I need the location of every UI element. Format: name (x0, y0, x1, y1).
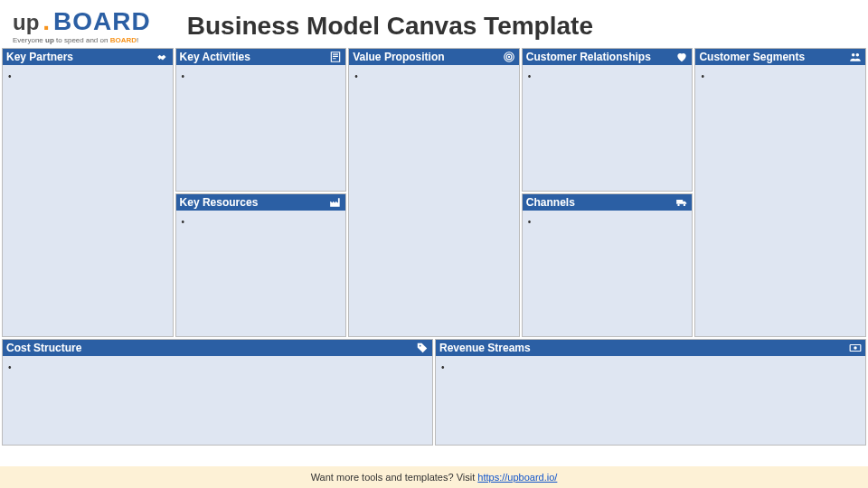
target-icon (503, 51, 515, 63)
logo-up-text: up (13, 10, 39, 35)
checklist-icon (329, 51, 342, 63)
logo-board-text: BOARD (53, 7, 151, 36)
cell-title: Value Proposition (353, 51, 444, 63)
cell-body: • (3, 356, 432, 445)
truck-icon (675, 196, 688, 209)
cell-body: • (523, 211, 693, 336)
cell-header-revenue-streams: Revenue Streams (436, 340, 865, 356)
bullet: • (441, 362, 445, 372)
bullet: • (182, 71, 185, 81)
cell-key-activities: Key Activities • (175, 48, 347, 192)
canvas-grid: Key Partners • Key Activities • Key Reso… (0, 48, 868, 337)
cell-body: • (523, 65, 693, 191)
cell-channels: Channels • (522, 193, 693, 337)
cell-title: Customer Segments (699, 51, 805, 63)
cell-body: • (176, 211, 346, 336)
cell-header-channels: Channels (523, 194, 693, 211)
cell-header-cost-structure: Cost Structure (3, 340, 432, 356)
tag-icon (416, 342, 429, 354)
cell-title: Key Resources (180, 196, 259, 209)
cell-title: Revenue Streams (439, 342, 531, 354)
money-icon (849, 342, 862, 354)
cell-value-proposition: Value Proposition • (348, 48, 520, 337)
cell-body: • (176, 65, 346, 191)
cell-header-customer-relationships: Customer Relationships (523, 49, 693, 65)
bullet: • (701, 71, 704, 81)
page-title: Business Model Canvas Template (187, 12, 593, 41)
bullet: • (528, 217, 532, 227)
logo: up.BOARD (13, 7, 151, 36)
cell-key-partners: Key Partners • (2, 48, 174, 337)
cell-body: • (3, 65, 173, 336)
cell-header-key-activities: Key Activities (176, 49, 346, 65)
cell-key-resources: Key Resources • (175, 193, 347, 337)
svg-point-9 (854, 346, 857, 350)
canvas-bottom-row: Cost Structure • Revenue Streams • (0, 337, 868, 446)
svg-point-7 (420, 345, 421, 347)
svg-point-6 (856, 53, 860, 57)
svg-point-5 (852, 53, 855, 57)
footer-bar: Want more tools and templates? Visit htt… (0, 466, 868, 488)
cell-title: Key Activities (180, 51, 250, 63)
cell-title: Customer Relationships (526, 51, 651, 63)
cell-body: • (695, 65, 865, 336)
cell-title: Cost Structure (6, 342, 81, 354)
svg-point-2 (508, 56, 510, 58)
cell-header-key-resources: Key Resources (176, 194, 346, 211)
cell-customer-segments: Customer Segments • (694, 48, 866, 337)
logo-dot: . (42, 7, 50, 36)
svg-point-4 (684, 204, 685, 206)
bullet: • (8, 71, 12, 81)
cell-revenue-streams: Revenue Streams • (435, 339, 866, 446)
bullet: • (8, 362, 12, 372)
page-header: up.BOARD Everyone up to speed and on BOA… (0, 0, 868, 48)
people-icon (849, 51, 862, 63)
logo-block: up.BOARD Everyone up to speed and on BOA… (13, 7, 151, 44)
cell-header-value-proposition: Value Proposition (349, 49, 519, 65)
cell-body: • (349, 65, 519, 336)
cell-title: Key Partners (6, 51, 73, 63)
cell-customer-relationships: Customer Relationships • (522, 48, 693, 192)
cell-cost-structure: Cost Structure • (2, 339, 433, 446)
bullet: • (182, 217, 185, 227)
factory-icon (329, 196, 342, 209)
bullet: • (528, 71, 532, 81)
cell-body: • (436, 356, 865, 445)
bullet: • (354, 71, 358, 81)
heart-icon (675, 51, 688, 63)
footer-text: Want more tools and templates? Visit (311, 472, 478, 483)
handshake-icon (156, 51, 169, 63)
logo-tagline: Everyone up to speed and on BOARD! (13, 36, 151, 44)
footer-link[interactable]: https://upboard.io/ (477, 472, 557, 483)
cell-header-key-partners: Key Partners (3, 49, 173, 65)
cell-title: Channels (526, 196, 575, 209)
svg-point-3 (678, 204, 680, 206)
cell-header-customer-segments: Customer Segments (695, 49, 865, 65)
